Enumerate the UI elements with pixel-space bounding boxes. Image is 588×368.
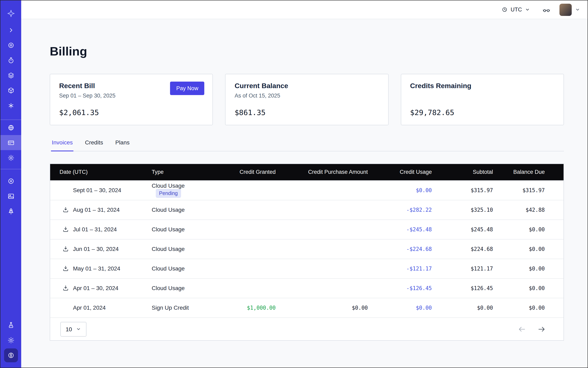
invoice-table: Date (UTC) Type Credit Granted Credit Pu… xyxy=(50,164,563,317)
invoice-date: Apr 01 – 30, 2024 xyxy=(73,285,118,291)
chevron-right-icon xyxy=(7,26,15,34)
credit-usage-cell: -$224.68 xyxy=(368,239,432,259)
credits-remaining-amount: $29,782.65 xyxy=(410,108,555,117)
sidebar-item-asterisk[interactable] xyxy=(0,98,21,113)
credit-granted-cell xyxy=(213,239,276,259)
credit-purchase-cell xyxy=(276,239,368,259)
column-header-credit-usage: Credit Usage xyxy=(368,164,432,180)
sidebar-item-credit-card[interactable] xyxy=(0,135,21,150)
card-subtitle: As of Oct 15, 2025 xyxy=(235,93,379,99)
credit-usage-cell: $0.00 xyxy=(368,180,432,200)
credit-purchase-cell: $0.00 xyxy=(276,298,368,317)
invoice-type: Cloud Usage xyxy=(152,246,185,252)
column-header-subtotal: Subtotal xyxy=(432,164,493,180)
arrow-right-icon xyxy=(537,325,546,333)
column-header-type: Type xyxy=(152,164,213,180)
pay-now-button[interactable]: Pay Now xyxy=(170,82,205,95)
sun-icon xyxy=(7,336,15,344)
invoice-date: Sept 01 – 30, 2024 xyxy=(73,187,121,193)
table-header-row: Date (UTC) Type Credit Granted Credit Pu… xyxy=(50,164,563,180)
credit-usage-cell: -$126.45 xyxy=(368,278,432,298)
sidebar-item-layers[interactable] xyxy=(0,68,21,83)
layers-icon xyxy=(7,72,15,79)
card-title: Credits Remaining xyxy=(410,82,555,90)
account-menu[interactable] xyxy=(560,3,580,16)
billing-tabs: InvoicesCreditsPlans xyxy=(51,138,564,151)
timer-icon xyxy=(7,56,15,64)
credit-usage-cell: -$282.22 xyxy=(368,200,432,220)
current-balance-amount: $861.35 xyxy=(235,108,379,117)
sidebar-item-chevron-right[interactable] xyxy=(0,22,21,37)
column-header-credit-purchase-amount: Credit Purchase Amount xyxy=(276,164,368,180)
download-invoice-icon[interactable] xyxy=(62,206,69,213)
chevron-down-icon xyxy=(575,7,580,12)
sidebar-item-sun[interactable] xyxy=(0,332,21,348)
sidebar-item-logo[interactable] xyxy=(0,4,21,22)
invoice-type: Cloud Usage xyxy=(152,182,185,189)
sidebar-spacer xyxy=(0,223,21,317)
invoice-date: Aug 01 – 31, 2024 xyxy=(73,206,120,213)
credit-usage-cell: -$245.48 xyxy=(368,220,432,239)
tab-credits[interactable]: Credits xyxy=(84,138,104,151)
balance-due-cell: $0.00 xyxy=(493,298,563,317)
download-invoice-icon[interactable] xyxy=(62,226,69,232)
tab-plans[interactable]: Plans xyxy=(114,138,130,151)
sidebar-item-app-window[interactable] xyxy=(0,188,21,203)
sidebar-item-circle-x[interactable] xyxy=(0,173,21,188)
sidebar-item-gear[interactable] xyxy=(0,150,21,165)
subtotal-cell: $224.68 xyxy=(432,239,493,259)
balance-due-cell: $315.97 xyxy=(493,180,563,200)
next-page-button[interactable] xyxy=(537,325,546,333)
credits-box xyxy=(4,348,18,362)
download-invoice-icon[interactable] xyxy=(62,246,69,252)
page-size-select[interactable]: 10 xyxy=(60,322,86,336)
credit-usage-cell: -$121.17 xyxy=(368,259,432,278)
sidebar-item-dollar-circle[interactable] xyxy=(0,348,21,363)
timezone-label: UTC xyxy=(511,7,522,13)
invoice-type: Cloud Usage xyxy=(152,226,185,232)
dollar-circle-icon xyxy=(7,351,15,359)
credit-card-icon xyxy=(7,139,15,146)
sidebar-item-timer[interactable] xyxy=(0,53,21,68)
download-invoice-icon[interactable] xyxy=(62,285,69,291)
credit-granted-cell: $1,000.00 xyxy=(213,298,276,317)
circle-x-icon xyxy=(7,177,15,185)
app-window: UTC Billing Recent Bill Sep 01 – Sep 30,… xyxy=(0,0,588,368)
arrow-left-icon xyxy=(518,325,526,333)
timezone-selector[interactable]: UTC xyxy=(502,7,530,13)
glasses-button[interactable] xyxy=(542,6,551,14)
invoice-row: Aug 01 – 31, 2024 Cloud Usage -$282.22 $… xyxy=(50,200,563,220)
invoice-type: Cloud Usage xyxy=(152,285,185,291)
balance-due-cell: $0.00 xyxy=(493,220,563,239)
sidebar-item-cube[interactable] xyxy=(0,83,21,98)
avatar xyxy=(560,3,572,16)
subtotal-cell: $121.17 xyxy=(432,259,493,278)
page-title: Billing xyxy=(50,44,564,59)
tab-invoices[interactable]: Invoices xyxy=(51,138,74,151)
sidebar-group xyxy=(0,169,21,223)
sidebar-item-target[interactable] xyxy=(0,37,21,53)
chevron-down-icon xyxy=(525,7,530,12)
balance-due-cell: $0.00 xyxy=(493,259,563,278)
invoice-type: Cloud Usage xyxy=(152,206,185,213)
download-invoice-icon[interactable] xyxy=(62,265,69,272)
invoice-row: Apr 01, 2024 Sign Up Credit $1,000.00 $0… xyxy=(50,298,563,317)
target-icon xyxy=(7,41,15,49)
credit-purchase-cell xyxy=(276,259,368,278)
invoice-type: Sign Up Credit xyxy=(152,304,189,311)
cube-icon xyxy=(7,87,15,94)
credit-granted-cell xyxy=(213,220,276,239)
sidebar-item-globe[interactable] xyxy=(0,120,21,135)
previous-page-button[interactable] xyxy=(518,325,526,333)
credit-purchase-cell xyxy=(276,180,368,200)
balance-due-cell: $42.88 xyxy=(493,200,563,220)
sidebar-item-rocket[interactable] xyxy=(0,203,21,219)
sidebar-item-flask[interactable] xyxy=(0,317,21,332)
sidebar-group xyxy=(0,0,21,120)
credit-granted-cell xyxy=(213,200,276,220)
credit-granted-cell xyxy=(213,278,276,298)
sidebar-group xyxy=(0,120,21,169)
column-header-credit-granted: Credit Granted xyxy=(213,164,276,180)
balance-due-cell: $0.00 xyxy=(493,239,563,259)
subtotal-cell: $315.97 xyxy=(432,180,493,200)
